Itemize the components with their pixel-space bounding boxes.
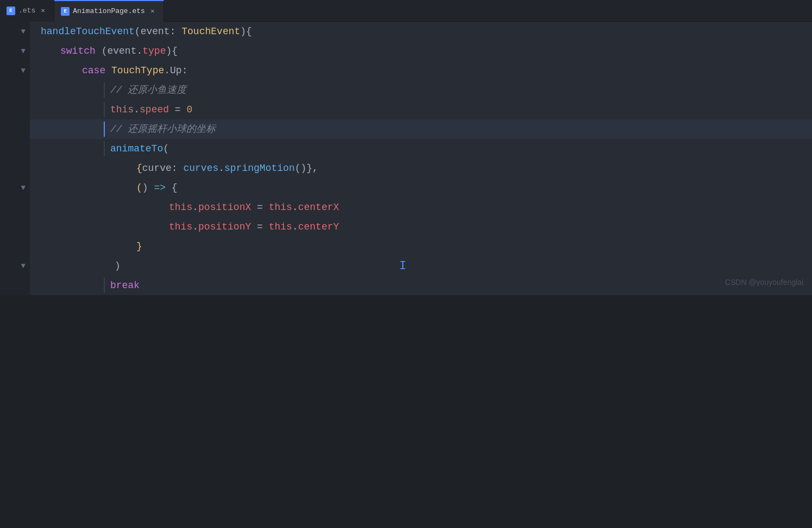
tab-close-1[interactable]: ✕ [39,7,47,15]
code-token: . [136,41,142,61]
fold-arrow-1[interactable]: ▼ [21,27,26,36]
code-token: : [182,61,188,80]
code-token: ){ [166,41,178,61]
code-token: // 还原摇杆小球的坐标 [110,119,216,139]
code-token: switch [60,41,96,61]
code-token: animateTo [110,139,163,158]
code-token: TouchType [111,61,164,80]
code-line-1: handleTouchEvent(event: TouchEvent){ [30,22,812,41]
code-token: curves [183,158,218,178]
code-line-8: {curve: curves.springMotion()}, [30,158,812,178]
code-token: ) [115,256,121,276]
gutter-row-8 [0,158,30,178]
editor-container: ▼ ▼ ▼ ▼ ▼ [0,22,812,295]
code-line-13: ) [30,256,812,276]
gutter-row-12 [0,237,30,256]
code-line-12: } [30,237,812,256]
code-token: ( [163,139,169,158]
code-token: this [269,198,292,217]
code-token: speed [140,100,169,119]
gutter-row-7 [0,139,30,158]
code-token: ( [102,41,108,61]
code-token: handleTouchEvent [41,22,135,41]
code-token: TouchEvent [181,22,240,41]
code-line-7: animateTo( [30,139,812,158]
code-token: springMotion [224,158,295,178]
code-token: . [192,217,198,237]
code-line-10: this.positionX = this.centerX [30,198,812,217]
code-token: . [292,217,298,237]
code-line-9: () => { [30,178,812,198]
code-token: type [142,41,166,61]
code-token: . [292,198,298,217]
code-line-14: break [30,276,812,295]
code-line-4: // 还原小鱼速度 [30,80,812,100]
fold-arrow-2[interactable]: ▼ [21,47,26,55]
gutter: ▼ ▼ ▼ ▼ ▼ [0,22,30,295]
gutter-row-2: ▼ [0,41,30,61]
code-token: { [166,178,178,198]
code-token [105,61,111,80]
code-token: this [269,217,292,237]
code-token: Up [170,61,182,80]
code-token: => [154,178,166,198]
code-token: = [251,217,268,237]
tab-icon-2: E [61,7,70,16]
gutter-row-9: ▼ [0,178,30,198]
code-line-11: this.positionY = this.centerY [30,217,812,237]
fold-arrow-9[interactable]: ▼ [21,183,26,192]
code-token: positionX [198,198,251,217]
editor-window: E .ets ✕ E AnimationPage.ets ✕ ▼ ▼ ▼ [0,0,812,295]
tab-active[interactable]: E AnimationPage.ets ✕ [54,0,164,22]
code-token [96,41,102,61]
code-token: event [107,41,136,61]
watermark: CSDN @youyoufenglai [725,278,803,287]
code-token: case [82,61,105,80]
gutter-row-1: ▼ [0,22,30,41]
code-token: ( [136,178,142,198]
code-token: : [170,22,182,41]
gutter-row-14 [0,276,30,295]
code-token: this [169,217,192,237]
code-area[interactable]: handleTouchEvent(event: TouchEvent){ swi… [30,22,812,295]
code-token: } [136,237,142,256]
code-token: // 还原小鱼速度 [110,80,186,100]
tab-bar: E .ets ✕ E AnimationPage.ets ✕ [0,0,812,22]
code-token: ) [142,178,154,198]
code-token: centerX [298,198,339,217]
tab-label-1: .ets [18,7,35,15]
code-token: positionY [198,217,251,237]
code-token: this [169,198,192,217]
code-token: this [110,100,134,119]
tab-inactive[interactable]: E .ets ✕ [0,0,54,22]
gutter-row-10 [0,198,30,217]
tab-label-2: AnimationPage.ets [73,7,145,15]
gutter-row-3: ▼ [0,61,30,80]
code-token: ( [135,22,141,41]
code-token: event [141,22,170,41]
code-token: . [218,158,224,178]
code-token: curve: [142,158,184,178]
code-line-6: // 还原摇杆小球的坐标 [30,119,812,139]
gutter-row-6 [0,119,30,139]
code-token: break [110,276,140,295]
code-token: . [134,100,140,119]
code-token: { [136,158,142,178]
code-token: . [192,198,198,217]
code-token: = [169,100,186,119]
fold-arrow-13[interactable]: ▼ [21,262,26,270]
gutter-row-4 [0,80,30,100]
gutter-row-5 [0,100,30,119]
code-line-2: switch (event.type){ [30,41,812,61]
code-token: 0 [186,100,192,119]
code-token: . [164,61,170,80]
tab-close-2[interactable]: ✕ [148,7,157,16]
code-line-5: this.speed = 0 [30,100,812,119]
tab-icon-1: E [7,7,15,15]
code-token: = [251,198,268,217]
code-token: ){ [240,22,252,41]
code-token: centerY [298,217,339,237]
fold-arrow-3[interactable]: ▼ [21,66,26,75]
code-line-3: case TouchType.Up: [30,61,812,80]
gutter-row-13: ▼ [0,256,30,276]
